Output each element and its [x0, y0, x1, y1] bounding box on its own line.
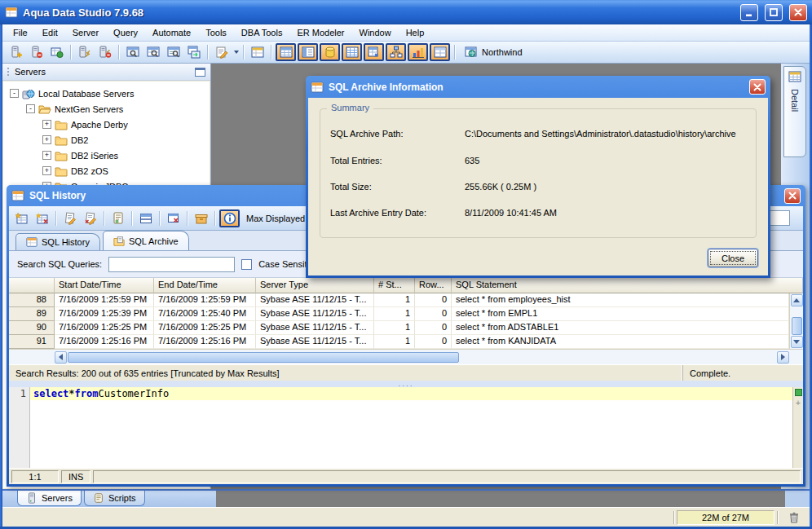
split-view-button[interactable]: [136, 209, 155, 227]
table-row[interactable]: 88 7/16/2009 1:25:59 PM 7/16/2009 1:25:5…: [9, 293, 789, 307]
scroll-up-button[interactable]: [791, 294, 803, 306]
vertical-scrollbar[interactable]: [789, 293, 803, 349]
archive-table-button[interactable]: [12, 209, 31, 227]
column-header-end[interactable]: End Date/Time: [154, 278, 256, 293]
expand-toggle[interactable]: -: [10, 89, 19, 98]
tree-item-db2-iseries[interactable]: + DB2 iSeries: [3, 148, 210, 163]
tab-sql-archive[interactable]: SQL Archive: [103, 231, 189, 250]
float-panel-icon[interactable]: [195, 68, 205, 77]
column-header-rows[interactable]: Row...: [415, 278, 452, 293]
connect-server-button[interactable]: [75, 43, 94, 61]
column-header-sql-statement[interactable]: SQL Statement: [452, 278, 803, 293]
menu-tools[interactable]: Tools: [198, 25, 234, 40]
maximize-button[interactable]: [765, 4, 783, 21]
dialog-titlebar[interactable]: SQL Archive Information: [306, 76, 770, 98]
table-row[interactable]: 91 7/16/2009 1:25:16 PM 7/16/2009 1:25:1…: [9, 335, 789, 349]
archive-box-button[interactable]: [192, 209, 210, 227]
query-builder-button[interactable]: [143, 43, 162, 61]
dialog-close-button[interactable]: Close: [708, 249, 758, 267]
table-grid-button[interactable]: [342, 43, 362, 61]
vertical-scroll-thumb[interactable]: [792, 317, 802, 335]
tree-item-db2-zos[interactable]: + DB2 zOS: [3, 163, 210, 179]
cell-server: Sybase ASE 11/12/15 - T...: [256, 321, 374, 335]
split-horizontal-icon: [139, 212, 152, 225]
query-editor-button[interactable]: [164, 43, 183, 61]
editor-code-area[interactable]: select * from CustomerInfo: [30, 387, 792, 468]
expand-toggle[interactable]: +: [42, 120, 51, 129]
db-storage-button[interactable]: [320, 43, 340, 61]
server-properties-button[interactable]: [47, 43, 66, 61]
bottom-tab-scripts[interactable]: Scripts: [84, 491, 145, 506]
menu-help[interactable]: Help: [399, 25, 432, 40]
garbage-collect-button[interactable]: [783, 509, 805, 525]
tree-item-local-database-servers[interactable]: - Local Database Servers: [3, 86, 210, 101]
horizontal-scrollbar[interactable]: [9, 349, 803, 364]
table-form-button[interactable]: [298, 43, 318, 61]
table-schedule-button[interactable]: [364, 43, 384, 61]
window-results-button[interactable]: [184, 43, 203, 61]
minimize-button[interactable]: [740, 4, 758, 21]
bottom-tab-servers[interactable]: Servers: [17, 491, 82, 506]
column-header-start[interactable]: Start Date/Time: [55, 278, 154, 293]
folder-icon: [55, 165, 68, 178]
tree-item-db2[interactable]: + DB2: [3, 132, 210, 148]
expand-toggle[interactable]: -: [26, 104, 35, 113]
identifier-table: CustomerInfo: [99, 388, 170, 399]
menu-er-modeler[interactable]: ER Modeler: [289, 25, 351, 40]
table-row[interactable]: 89 7/16/2009 1:25:39 PM 7/16/2009 1:25:4…: [9, 307, 789, 321]
table-row[interactable]: 90 7/16/2009 1:25:25 PM 7/16/2009 1:25:2…: [9, 321, 789, 335]
unregister-server-button[interactable]: [27, 43, 46, 61]
menu-query[interactable]: Query: [106, 25, 145, 40]
menu-window[interactable]: Window: [352, 25, 399, 40]
table-data-button[interactable]: [276, 43, 296, 61]
column-header-server-type[interactable]: Server Type: [256, 278, 374, 293]
expand-toggle[interactable]: +: [42, 151, 51, 160]
tab-sql-history[interactable]: SQL History: [15, 233, 100, 250]
disconnect-server-button[interactable]: [95, 43, 114, 61]
table-view-button[interactable]: [430, 43, 450, 61]
memory-usage-indicator[interactable]: 22M of 27M: [677, 510, 774, 525]
menu-file[interactable]: File: [6, 25, 35, 40]
sql-editor[interactable]: 1 select * from CustomerInfo +: [9, 387, 803, 468]
register-server-button[interactable]: [7, 43, 25, 61]
dropdown-caret-icon[interactable]: [234, 51, 239, 54]
scroll-down-button[interactable]: [791, 336, 803, 348]
schema-browser-button[interactable]: [248, 43, 267, 61]
case-sensitive-checkbox[interactable]: [241, 259, 252, 270]
archive-table-delete-button[interactable]: [33, 209, 51, 227]
horizontal-scroll-thumb[interactable]: [68, 352, 459, 363]
active-connection-chip[interactable]: Northwind: [459, 46, 528, 59]
scroll-right-button[interactable]: [777, 351, 789, 364]
column-header-rownum[interactable]: [9, 278, 55, 293]
menu-dba-tools[interactable]: DBA Tools: [234, 25, 290, 40]
tree-item-apache-derby[interactable]: + Apache Derby: [3, 117, 210, 132]
archive-results-grid: Start Date/Time End Date/Time Server Typ…: [9, 278, 803, 364]
column-header-statements[interactable]: # St...: [374, 278, 415, 293]
tree-item-nextgen-servers[interactable]: - NextGen Servers: [3, 101, 210, 117]
detail-tab[interactable]: Detail: [783, 66, 806, 157]
search-queries-input[interactable]: [108, 257, 235, 272]
archive-info-button[interactable]: [219, 209, 240, 227]
scroll-left-button[interactable]: [55, 351, 67, 364]
close-button[interactable]: [789, 4, 807, 21]
close-results-button[interactable]: [164, 209, 183, 227]
edit-note-button[interactable]: [212, 43, 231, 61]
pane-splitter[interactable]: ....: [9, 381, 803, 387]
bottom-strip-right: [785, 491, 810, 507]
dialog-close-icon-button[interactable]: [749, 79, 766, 95]
edit-query-remove-button[interactable]: [81, 209, 99, 227]
menu-server[interactable]: Server: [65, 25, 106, 40]
er-diagram-button[interactable]: [386, 43, 406, 61]
menu-edit[interactable]: Edit: [35, 25, 65, 40]
expand-toggle[interactable]: +: [42, 135, 51, 144]
query-analyzer-button[interactable]: [123, 43, 142, 61]
edit-query-button[interactable]: [60, 209, 79, 227]
expand-toggle[interactable]: +: [42, 166, 51, 175]
drag-grip-icon[interactable]: [7, 68, 9, 76]
chart-button[interactable]: [408, 43, 428, 61]
sql-history-close-button[interactable]: [784, 188, 801, 204]
keyword-select: select: [33, 388, 68, 399]
servers-panel-header[interactable]: Servers: [2, 64, 210, 81]
menu-automate[interactable]: Automate: [145, 25, 198, 40]
script-list-button[interactable]: [108, 209, 127, 227]
